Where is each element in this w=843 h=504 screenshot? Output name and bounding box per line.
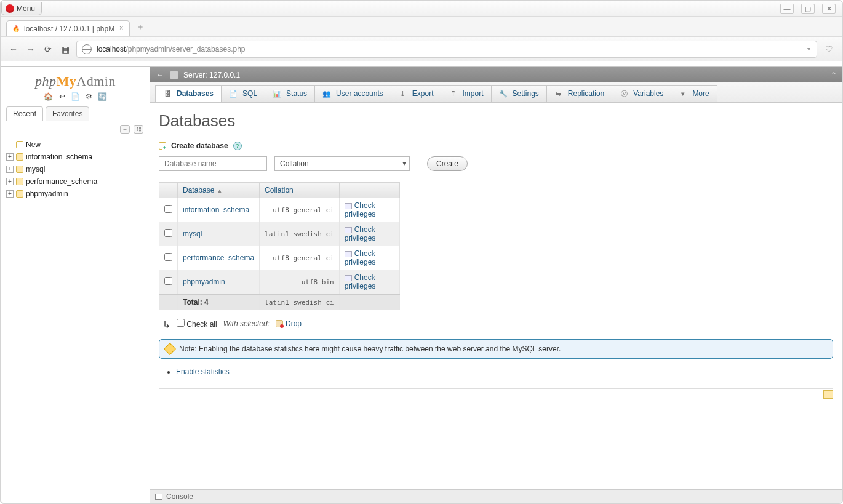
tab-databases[interactable]: 🗄Databases (155, 85, 222, 102)
browser-chrome: Menu — ▢ ✕ 🔥 localhost / 127.0.0.1 | php… (1, 1, 842, 67)
tab-export[interactable]: ⤓Export (391, 85, 442, 102)
row-checkbox[interactable] (164, 277, 172, 285)
row-collation: latin1_swedish_ci (260, 222, 340, 246)
bookmark-heart-button[interactable]: ♡ (822, 44, 836, 54)
window-minimize-button[interactable]: — (780, 4, 794, 14)
tree-db[interactable]: + phpmyadmin (5, 188, 146, 200)
pma-top-tabs: 🗄Databases 📄SQL 📊Status 👥User accounts ⤓… (150, 82, 842, 103)
addr-dropdown-icon[interactable]: ▾ (807, 46, 812, 52)
globe-icon (82, 44, 92, 54)
address-bar[interactable]: localhost/phpmyadmin/server_databases.ph… (76, 41, 817, 58)
help-icon[interactable]: ? (233, 142, 242, 150)
nav-apps-button[interactable]: ▦ (59, 43, 71, 55)
pma-quicklinks: 🏠 ↩ 📄 ⚙ 🔄 (4, 90, 147, 105)
row-checkbox[interactable] (164, 253, 172, 261)
col-collation[interactable]: Collation (260, 183, 340, 198)
sidebar-tab-recent[interactable]: Recent (6, 106, 43, 121)
create-db-label: Create database (171, 142, 228, 150)
tab-variables[interactable]: ⓥVariables (612, 85, 671, 102)
create-db-form: Create (159, 156, 833, 171)
create-button[interactable]: Create (427, 156, 468, 171)
db-icon (16, 166, 23, 173)
variables-tab-icon: ⓥ (620, 89, 628, 98)
breadcrumb: ← Server: 127.0.0.1 ⌃ (150, 67, 842, 82)
tree-db[interactable]: + performance_schema (5, 175, 146, 188)
db-link[interactable]: mysql (183, 230, 202, 238)
users-tab-icon: 👥 (322, 89, 331, 98)
nav-forward-button[interactable]: → (25, 43, 37, 55)
tree-expand-icon[interactable]: + (6, 166, 14, 173)
row-collation: utf8_general_ci (260, 246, 340, 270)
tab-replication[interactable]: ⇋Replication (547, 85, 612, 102)
nav-reload-button[interactable]: ⟳ (42, 43, 54, 55)
check-all-checkbox[interactable] (177, 319, 185, 327)
pma-favicon-icon: 🔥 (12, 25, 20, 33)
home-icon[interactable]: 🏠 (44, 92, 54, 102)
table-row: mysql latin1_swedish_ci Check privileges (159, 222, 400, 246)
collation-select[interactable] (274, 156, 410, 171)
db-name-input[interactable] (159, 156, 267, 171)
link-tree-icon[interactable]: ⛓ (134, 125, 143, 134)
pma-main: ← Server: 127.0.0.1 ⌃ 🗄Databases 📄SQL 📊S… (150, 67, 842, 503)
tab-settings[interactable]: 🔧Settings (492, 85, 547, 102)
enable-statistics-link[interactable]: Enable statistics (176, 367, 230, 376)
new-db-icon (16, 141, 23, 148)
drop-icon (276, 320, 283, 327)
console-bar[interactable]: Console (150, 489, 842, 503)
table-row: information_schema utf8_general_ci Check… (159, 198, 400, 222)
db-link[interactable]: phpmyadmin (183, 278, 225, 286)
tab-more[interactable]: ▾More (671, 85, 717, 102)
tab-users[interactable]: 👥User accounts (315, 85, 391, 102)
breadcrumb-server[interactable]: Server: 127.0.0.1 (183, 71, 240, 79)
warning-icon (164, 343, 176, 355)
table-row: performance_schema utf8_general_ci Check… (159, 246, 400, 270)
db-link[interactable]: performance_schema (183, 254, 254, 262)
bookmark-toggle-icon[interactable] (823, 390, 833, 399)
privileges-icon (345, 227, 352, 233)
window-controls: — ▢ ✕ (780, 4, 839, 14)
logout-icon[interactable]: ↩ (57, 92, 67, 102)
db-icon (16, 153, 23, 161)
bulk-actions: ↳ Check all With selected: Drop (162, 318, 833, 329)
nav-back-button[interactable]: ← (7, 43, 20, 55)
row-checkbox[interactable] (164, 229, 172, 237)
bulk-arrow-icon: ↳ (162, 319, 170, 330)
breadcrumb-back-icon[interactable]: ← (155, 71, 165, 79)
console-icon (155, 494, 162, 500)
db-link[interactable]: information_schema (183, 206, 249, 214)
pma-logo: phpMyAdmin (4, 71, 147, 90)
collapse-tree-icon[interactable]: – (120, 125, 130, 134)
tree-expand-icon[interactable]: + (6, 178, 14, 185)
browser-tab-active[interactable]: 🔥 localhost / 127.0.0.1 | phpM × (6, 20, 130, 36)
tree-db[interactable]: + mysql (5, 163, 146, 175)
settings-gear-icon[interactable]: ⚙ (84, 92, 94, 102)
new-tab-button[interactable]: ＋ (136, 22, 145, 36)
privileges-icon (345, 203, 352, 209)
sort-asc-icon: ▲ (217, 188, 222, 194)
tab-status[interactable]: 📊Status (265, 85, 315, 102)
row-checkbox[interactable] (164, 205, 172, 213)
drop-link[interactable]: Drop (276, 319, 302, 328)
create-db-icon (159, 142, 166, 150)
docs-icon[interactable]: 📄 (71, 92, 81, 102)
window-maximize-button[interactable]: ▢ (801, 4, 815, 14)
tab-close-icon[interactable]: × (117, 24, 126, 33)
reload-tree-icon[interactable]: 🔄 (98, 92, 108, 102)
sidebar-tab-favorites[interactable]: Favorites (46, 106, 89, 121)
tree-expand-icon[interactable]: + (6, 153, 14, 161)
check-all[interactable]: Check all (177, 319, 217, 329)
tree-new-db[interactable]: New (5, 138, 146, 151)
opera-menu-button[interactable]: Menu (1, 2, 42, 15)
tab-import[interactable]: ⤒Import (441, 85, 491, 102)
tree-db[interactable]: + information_schema (5, 151, 146, 163)
collapse-header-icon[interactable]: ⌃ (831, 71, 837, 79)
status-tab-icon: 📊 (273, 89, 281, 98)
opera-logo-icon (6, 4, 14, 13)
window-close-button[interactable]: ✕ (822, 4, 836, 14)
tree-expand-icon[interactable]: + (6, 190, 14, 198)
tab-sql[interactable]: 📄SQL (222, 85, 265, 102)
db-icon (16, 178, 23, 185)
with-selected-label: With selected: (223, 319, 270, 328)
replication-tab-icon: ⇋ (554, 89, 563, 98)
col-database[interactable]: Database▲ (178, 183, 260, 198)
